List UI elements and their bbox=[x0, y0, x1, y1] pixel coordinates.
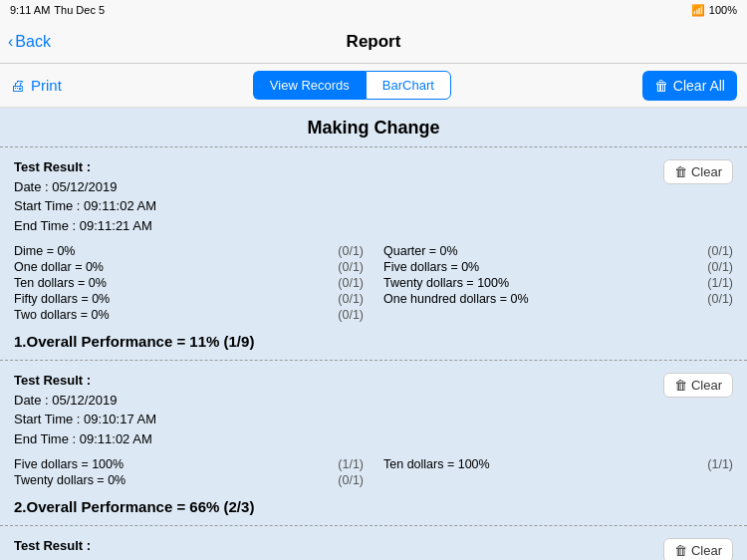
clear-button-1[interactable]: 🗑 Clear bbox=[663, 159, 733, 184]
wifi-icon: 📶 bbox=[691, 4, 705, 17]
result-label: Ten dollars = 0% bbox=[14, 276, 330, 290]
chevron-left-icon: ‹ bbox=[8, 33, 13, 51]
back-button[interactable]: ‹ Back bbox=[8, 33, 51, 51]
nav-title: Report bbox=[347, 32, 401, 52]
page-title-text: Making Change bbox=[307, 118, 439, 138]
page-title: Making Change bbox=[0, 108, 747, 147]
result-row: Ten dollars = 0%(0/1) bbox=[14, 275, 364, 291]
result-fraction: (0/1) bbox=[338, 276, 364, 290]
result-label: Quarter = 0% bbox=[383, 244, 699, 258]
clear-all-button[interactable]: 🗑 Clear All bbox=[642, 71, 737, 101]
result-row: Twenty dollars = 0%(0/1) bbox=[14, 472, 364, 488]
test-header-2: Test Result : Date : 05/12/2019 Start Ti… bbox=[14, 371, 733, 448]
result-label: Dime = 0% bbox=[14, 244, 330, 258]
results-grid-1: Dime = 0%(0/1)One dollar = 0%(0/1)Ten do… bbox=[14, 243, 733, 323]
print-button[interactable]: 🖨 Print bbox=[10, 77, 62, 94]
test-end-time: End Time : 09:11:21 AM bbox=[14, 218, 152, 233]
print-label: Print bbox=[31, 77, 62, 94]
trash-icon: 🗑 bbox=[654, 78, 668, 94]
result-row: One dollar = 0%(0/1) bbox=[14, 259, 364, 275]
results-left-1: Dime = 0%(0/1)One dollar = 0%(0/1)Ten do… bbox=[14, 243, 364, 323]
overall-performance-2: 2.Overall Performance = 66% (2/3) bbox=[14, 498, 733, 515]
clear-button-3[interactable]: 🗑 Clear bbox=[663, 538, 733, 560]
status-date: Thu Dec 5 bbox=[54, 4, 105, 16]
overall-performance-1: 1.Overall Performance = 11% (1/9) bbox=[14, 333, 733, 350]
status-time: 9:11 AM bbox=[10, 4, 50, 16]
test-info-1: Test Result : Date : 05/12/2019 Start Ti… bbox=[14, 157, 156, 235]
results-right-2: Ten dollars = 100%(1/1) bbox=[383, 456, 733, 488]
status-left: 9:11 AM Thu Dec 5 bbox=[10, 4, 105, 16]
sections-container: Test Result : Date : 05/12/2019 Start Ti… bbox=[0, 147, 747, 560]
result-label: One hundred dollars = 0% bbox=[383, 292, 699, 306]
result-fraction: (1/1) bbox=[338, 457, 364, 471]
test-info-2: Test Result : Date : 05/12/2019 Start Ti… bbox=[14, 371, 156, 448]
result-label: Five dollars = 100% bbox=[14, 457, 330, 471]
result-fraction: (1/1) bbox=[707, 457, 733, 471]
result-fraction: (0/1) bbox=[338, 244, 364, 258]
result-fraction: (1/1) bbox=[707, 276, 733, 290]
back-label: Back bbox=[15, 33, 51, 51]
result-fraction: (0/1) bbox=[338, 260, 364, 274]
result-fraction: (0/1) bbox=[338, 473, 364, 487]
test-header-1: Test Result : Date : 05/12/2019 Start Ti… bbox=[14, 157, 733, 235]
trash-icon-small: 🗑 bbox=[674, 378, 687, 393]
results-grid-2: Five dollars = 100%(1/1)Twenty dollars =… bbox=[14, 456, 733, 488]
test-section-1: Test Result : Date : 05/12/2019 Start Ti… bbox=[0, 147, 747, 361]
nav-bar: ‹ Back Report bbox=[0, 20, 747, 64]
clear-button-2[interactable]: 🗑 Clear bbox=[663, 373, 733, 398]
result-label: Two dollars = 0% bbox=[14, 308, 330, 322]
test-section-3: Test Result : Date : 05/12/2019 Start Ti… bbox=[0, 526, 747, 560]
test-start-time: Start Time : 09:10:17 AM bbox=[14, 412, 156, 426]
result-row: One hundred dollars = 0%(0/1) bbox=[383, 291, 733, 307]
result-label: Five dollars = 0% bbox=[383, 260, 699, 274]
test-result-label: Test Result : bbox=[14, 373, 91, 388]
test-result-label: Test Result : bbox=[14, 159, 91, 174]
result-fraction: (0/1) bbox=[338, 292, 364, 306]
test-start-time: Start Time : 09:11:02 AM bbox=[14, 198, 156, 213]
result-row: Five dollars = 100%(1/1) bbox=[14, 456, 364, 472]
results-right-1: Quarter = 0%(0/1)Five dollars = 0%(0/1)T… bbox=[383, 243, 733, 323]
result-row: Five dollars = 0%(0/1) bbox=[383, 259, 733, 275]
bar-chart-button[interactable]: BarChart bbox=[366, 71, 451, 100]
status-bar: 9:11 AM Thu Dec 5 📶 100% bbox=[0, 0, 747, 20]
toolbar: 🖨 Print View Records BarChart 🗑 Clear Al… bbox=[0, 64, 747, 108]
result-label: Ten dollars = 100% bbox=[383, 457, 699, 471]
result-label: One dollar = 0% bbox=[14, 260, 330, 274]
status-right: 📶 100% bbox=[691, 4, 737, 17]
result-label: Twenty dollars = 100% bbox=[383, 276, 699, 290]
result-row: Twenty dollars = 100%(1/1) bbox=[383, 275, 733, 291]
test-end-time: End Time : 09:11:02 AM bbox=[14, 431, 152, 446]
result-row: Two dollars = 0%(0/1) bbox=[14, 307, 364, 323]
test-result-label: Test Result : bbox=[14, 538, 91, 553]
segment-control: View Records BarChart bbox=[253, 71, 451, 100]
result-row: Dime = 0%(0/1) bbox=[14, 243, 364, 259]
result-fraction: (0/1) bbox=[707, 292, 733, 306]
content-area: Making Change Test Result : Date : 05/12… bbox=[0, 108, 747, 560]
view-records-button[interactable]: View Records bbox=[253, 71, 366, 100]
trash-icon-small: 🗑 bbox=[674, 543, 687, 558]
test-date: Date : 05/12/2019 bbox=[14, 179, 117, 194]
result-label: Fifty dollars = 0% bbox=[14, 292, 330, 306]
toolbar-right: 🗑 Clear All bbox=[642, 71, 737, 101]
test-header-3: Test Result : Date : 05/12/2019 Start Ti… bbox=[14, 536, 733, 560]
result-row: Fifty dollars = 0%(0/1) bbox=[14, 291, 364, 307]
results-left-2: Five dollars = 100%(1/1)Twenty dollars =… bbox=[14, 456, 364, 488]
result-fraction: (0/1) bbox=[338, 308, 364, 322]
result-fraction: (0/1) bbox=[707, 244, 733, 258]
trash-icon-small: 🗑 bbox=[674, 164, 687, 179]
print-icon: 🖨 bbox=[10, 77, 25, 94]
clear-all-label: Clear All bbox=[673, 78, 725, 94]
result-fraction: (0/1) bbox=[707, 260, 733, 274]
result-row: Quarter = 0%(0/1) bbox=[383, 243, 733, 259]
test-info-3: Test Result : Date : 05/12/2019 Start Ti… bbox=[14, 536, 156, 560]
result-row: Ten dollars = 100%(1/1) bbox=[383, 456, 733, 472]
test-date: Date : 05/12/2019 bbox=[14, 393, 117, 408]
test-section-2: Test Result : Date : 05/12/2019 Start Ti… bbox=[0, 361, 747, 526]
battery-label: 100% bbox=[709, 4, 737, 16]
result-label: Twenty dollars = 0% bbox=[14, 473, 330, 487]
